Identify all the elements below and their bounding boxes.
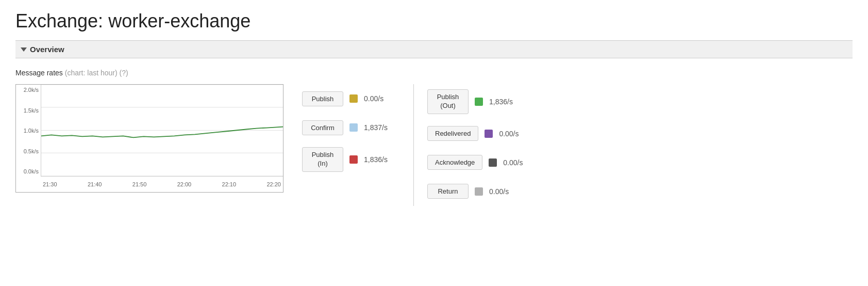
stat-row-redelivered: Redelivered 0.00/s: [424, 119, 542, 148]
overview-label: Overview: [30, 45, 64, 54]
publish-in-color-swatch: [349, 155, 358, 164]
acknowledge-color-swatch: [489, 158, 497, 167]
return-value: 0.00/s: [489, 187, 525, 196]
redelivered-value: 0.00/s: [499, 130, 535, 138]
stats-right-column: Publish(Out) 1,836/s Redelivered 0.00/s …: [424, 84, 542, 206]
publish-in-label: Publish(In): [302, 147, 343, 172]
stat-row-confirm: Confirm 1,837/s: [299, 113, 403, 142]
chart-y-axis: 2.0k/s 1.5k/s 1.0k/s 0.5k/s 0.0k/s: [16, 85, 41, 177]
confirm-value: 1,837/s: [364, 123, 400, 132]
collapse-icon: [21, 47, 27, 52]
publish-color-swatch: [349, 94, 358, 103]
confirm-label: Confirm: [302, 120, 343, 135]
stats-area: Publish 0.00/s Confirm 1,837/s Publish(I…: [299, 84, 542, 206]
acknowledge-label: Acknowledge: [427, 155, 482, 170]
publish-out-color-swatch: [475, 98, 483, 106]
stat-row-return: Return 0.00/s: [424, 177, 542, 206]
publish-label: Publish: [302, 91, 343, 106]
content-area: 2.0k/s 1.5k/s 1.0k/s 0.5k/s 0.0k/s 21:30…: [15, 84, 853, 206]
chart-line-svg: [41, 85, 283, 176]
redelivered-color-swatch: [485, 130, 493, 138]
chart-x-axis: 21:30 21:40 21:50 22:00 22:10 22:20: [41, 177, 283, 192]
publish-value: 0.00/s: [364, 94, 400, 103]
stat-row-publish: Publish 0.00/s: [299, 84, 403, 113]
return-label: Return: [427, 184, 469, 199]
acknowledge-value: 0.00/s: [503, 158, 539, 167]
chart-plot-area: [41, 85, 283, 177]
stats-left-column: Publish 0.00/s Confirm 1,837/s Publish(I…: [299, 84, 403, 177]
return-color-swatch: [475, 187, 483, 196]
page-title: Exchange: worker-exchange: [15, 10, 853, 32]
stat-row-acknowledge: Acknowledge 0.00/s: [424, 148, 542, 177]
overview-section-header[interactable]: Overview: [15, 40, 853, 58]
stats-divider-1: [413, 84, 414, 206]
message-rates-chart: 2.0k/s 1.5k/s 1.0k/s 0.5k/s 0.0k/s 21:30…: [15, 84, 283, 193]
publish-in-value: 1,836/s: [364, 155, 400, 164]
confirm-color-swatch: [349, 123, 358, 132]
redelivered-label: Redelivered: [427, 126, 478, 141]
message-rates-title: Message rates (chart: last hour) (?): [15, 69, 853, 77]
stat-row-publish-out: Publish(Out) 1,836/s: [424, 84, 542, 119]
publish-out-label: Publish(Out): [427, 89, 469, 114]
stat-row-publish-in: Publish(In) 1,836/s: [299, 142, 403, 177]
publish-out-value: 1,836/s: [489, 98, 525, 106]
